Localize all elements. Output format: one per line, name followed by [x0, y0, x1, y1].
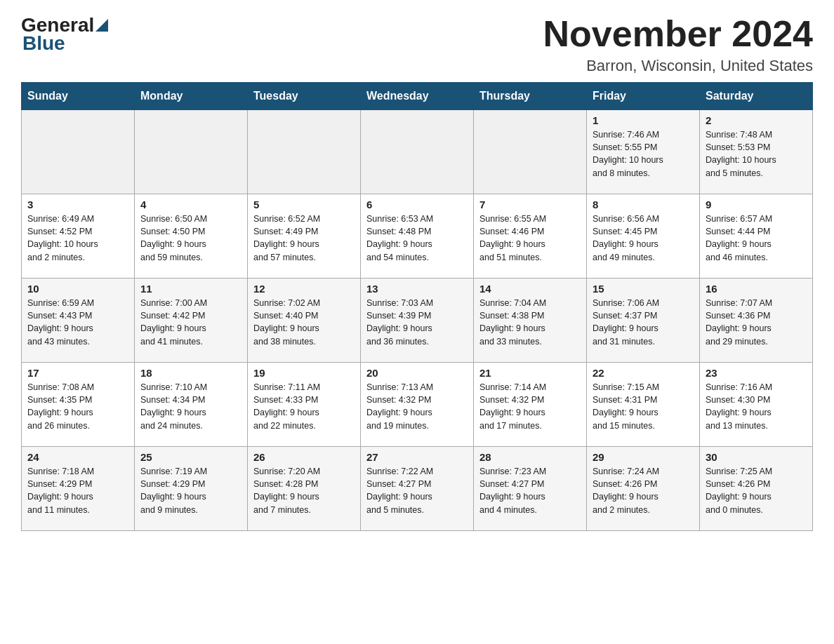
day-info: Sunrise: 7:13 AMSunset: 4:32 PMDaylight:…	[366, 381, 468, 432]
calendar-cell	[474, 110, 587, 194]
day-header-monday: Monday	[135, 83, 248, 110]
calendar-cell: 3Sunrise: 6:49 AMSunset: 4:52 PMDaylight…	[22, 194, 135, 279]
day-number: 13	[366, 283, 468, 295]
calendar-cell: 27Sunrise: 7:22 AMSunset: 4:27 PMDayligh…	[361, 447, 474, 531]
calendar-cell: 16Sunrise: 7:07 AMSunset: 4:36 PMDayligh…	[700, 279, 813, 363]
calendar-cell: 26Sunrise: 7:20 AMSunset: 4:28 PMDayligh…	[248, 447, 361, 531]
day-info: Sunrise: 6:52 AMSunset: 4:49 PMDaylight:…	[253, 213, 355, 264]
day-info: Sunrise: 7:20 AMSunset: 4:28 PMDaylight:…	[253, 465, 355, 516]
day-number: 6	[366, 199, 468, 210]
day-info: Sunrise: 7:16 AMSunset: 4:30 PMDaylight:…	[706, 381, 807, 432]
calendar-cell: 20Sunrise: 7:13 AMSunset: 4:32 PMDayligh…	[361, 363, 474, 447]
day-info: Sunrise: 7:10 AMSunset: 4:34 PMDaylight:…	[140, 381, 241, 432]
calendar-cell: 12Sunrise: 7:02 AMSunset: 4:40 PMDayligh…	[248, 279, 361, 363]
day-header-tuesday: Tuesday	[248, 83, 361, 110]
calendar-table: SundayMondayTuesdayWednesdayThursdayFrid…	[21, 82, 813, 531]
day-info: Sunrise: 7:25 AMSunset: 4:26 PMDaylight:…	[706, 465, 807, 516]
day-number: 27	[366, 451, 468, 463]
calendar-cell: 15Sunrise: 7:06 AMSunset: 4:37 PMDayligh…	[587, 279, 700, 363]
calendar-week-1: 1Sunrise: 7:46 AMSunset: 5:55 PMDaylight…	[22, 110, 813, 194]
day-number: 16	[706, 283, 807, 295]
calendar-cell	[248, 110, 361, 194]
calendar-cell: 8Sunrise: 6:56 AMSunset: 4:45 PMDaylight…	[587, 194, 700, 279]
day-number: 20	[366, 367, 468, 379]
day-headers-row: SundayMondayTuesdayWednesdayThursdayFrid…	[22, 83, 813, 110]
day-info: Sunrise: 7:02 AMSunset: 4:40 PMDaylight:…	[253, 297, 355, 348]
day-number: 8	[593, 199, 694, 210]
calendar-cell	[22, 110, 135, 194]
logo: General Blue	[21, 14, 108, 55]
day-number: 22	[593, 367, 694, 379]
calendar-cell: 25Sunrise: 7:19 AMSunset: 4:29 PMDayligh…	[135, 447, 248, 531]
day-number: 1	[593, 114, 694, 126]
calendar-cell: 22Sunrise: 7:15 AMSunset: 4:31 PMDayligh…	[587, 363, 700, 447]
day-info: Sunrise: 6:56 AMSunset: 4:45 PMDaylight:…	[593, 213, 694, 264]
day-number: 11	[140, 283, 241, 295]
calendar-week-4: 17Sunrise: 7:08 AMSunset: 4:35 PMDayligh…	[22, 363, 813, 447]
day-info: Sunrise: 7:06 AMSunset: 4:37 PMDaylight:…	[593, 297, 694, 348]
day-number: 4	[140, 199, 241, 210]
day-header-friday: Friday	[587, 83, 700, 110]
title-section: November 2024 Barron, Wisconsin, United …	[543, 14, 813, 75]
day-info: Sunrise: 7:04 AMSunset: 4:38 PMDaylight:…	[479, 297, 581, 348]
day-header-saturday: Saturday	[700, 83, 813, 110]
calendar-cell: 11Sunrise: 7:00 AMSunset: 4:42 PMDayligh…	[135, 279, 248, 363]
day-info: Sunrise: 7:03 AMSunset: 4:39 PMDaylight:…	[366, 297, 468, 348]
page-header: General Blue November 2024 Barron, Wisco…	[21, 14, 813, 75]
day-number: 3	[27, 199, 128, 210]
day-info: Sunrise: 7:15 AMSunset: 4:31 PMDaylight:…	[593, 381, 694, 432]
calendar-week-3: 10Sunrise: 6:59 AMSunset: 4:43 PMDayligh…	[22, 279, 813, 363]
day-header-thursday: Thursday	[474, 83, 587, 110]
calendar-header: SundayMondayTuesdayWednesdayThursdayFrid…	[22, 83, 813, 110]
day-info: Sunrise: 7:14 AMSunset: 4:32 PMDaylight:…	[479, 381, 581, 432]
day-number: 30	[706, 451, 807, 463]
day-number: 21	[479, 367, 581, 379]
calendar-cell: 14Sunrise: 7:04 AMSunset: 4:38 PMDayligh…	[474, 279, 587, 363]
day-number: 23	[706, 367, 807, 379]
day-header-wednesday: Wednesday	[361, 83, 474, 110]
calendar-body: 1Sunrise: 7:46 AMSunset: 5:55 PMDaylight…	[22, 110, 813, 531]
day-number: 18	[140, 367, 241, 379]
calendar-cell: 2Sunrise: 7:48 AMSunset: 5:53 PMDaylight…	[700, 110, 813, 194]
calendar-cell: 23Sunrise: 7:16 AMSunset: 4:30 PMDayligh…	[700, 363, 813, 447]
calendar-cell: 1Sunrise: 7:46 AMSunset: 5:55 PMDaylight…	[587, 110, 700, 194]
day-number: 17	[27, 367, 128, 379]
day-info: Sunrise: 6:50 AMSunset: 4:50 PMDaylight:…	[140, 213, 241, 264]
day-number: 19	[253, 367, 355, 379]
calendar-cell: 24Sunrise: 7:18 AMSunset: 4:29 PMDayligh…	[22, 447, 135, 531]
calendar-cell: 9Sunrise: 6:57 AMSunset: 4:44 PMDaylight…	[700, 194, 813, 279]
day-number: 28	[479, 451, 581, 463]
day-info: Sunrise: 7:00 AMSunset: 4:42 PMDaylight:…	[140, 297, 241, 348]
day-number: 12	[253, 283, 355, 295]
month-title: November 2024	[543, 14, 813, 54]
calendar-cell: 4Sunrise: 6:50 AMSunset: 4:50 PMDaylight…	[135, 194, 248, 279]
logo-blue-text: Blue	[22, 32, 65, 55]
calendar-cell: 17Sunrise: 7:08 AMSunset: 4:35 PMDayligh…	[22, 363, 135, 447]
day-info: Sunrise: 7:18 AMSunset: 4:29 PMDaylight:…	[27, 465, 128, 516]
calendar-week-2: 3Sunrise: 6:49 AMSunset: 4:52 PMDaylight…	[22, 194, 813, 279]
location-subtitle: Barron, Wisconsin, United States	[543, 57, 813, 75]
day-number: 25	[140, 451, 241, 463]
day-number: 26	[253, 451, 355, 463]
day-info: Sunrise: 6:53 AMSunset: 4:48 PMDaylight:…	[366, 213, 468, 264]
calendar-cell: 18Sunrise: 7:10 AMSunset: 4:34 PMDayligh…	[135, 363, 248, 447]
day-info: Sunrise: 6:49 AMSunset: 4:52 PMDaylight:…	[27, 213, 128, 264]
calendar-cell: 10Sunrise: 6:59 AMSunset: 4:43 PMDayligh…	[22, 279, 135, 363]
day-number: 9	[706, 199, 807, 210]
day-number: 14	[479, 283, 581, 295]
day-number: 10	[27, 283, 128, 295]
calendar-cell: 19Sunrise: 7:11 AMSunset: 4:33 PMDayligh…	[248, 363, 361, 447]
day-info: Sunrise: 6:59 AMSunset: 4:43 PMDaylight:…	[27, 297, 128, 348]
calendar-cell	[135, 110, 248, 194]
calendar-cell: 30Sunrise: 7:25 AMSunset: 4:26 PMDayligh…	[700, 447, 813, 531]
day-info: Sunrise: 7:22 AMSunset: 4:27 PMDaylight:…	[366, 465, 468, 516]
day-info: Sunrise: 7:46 AMSunset: 5:55 PMDaylight:…	[593, 128, 694, 180]
day-info: Sunrise: 7:11 AMSunset: 4:33 PMDaylight:…	[253, 381, 355, 432]
calendar-cell: 6Sunrise: 6:53 AMSunset: 4:48 PMDaylight…	[361, 194, 474, 279]
logo-triangle-icon	[95, 19, 108, 32]
day-number: 5	[253, 199, 355, 210]
day-number: 24	[27, 451, 128, 463]
day-info: Sunrise: 7:19 AMSunset: 4:29 PMDaylight:…	[140, 465, 241, 516]
calendar-week-5: 24Sunrise: 7:18 AMSunset: 4:29 PMDayligh…	[22, 447, 813, 531]
day-number: 2	[706, 114, 807, 126]
